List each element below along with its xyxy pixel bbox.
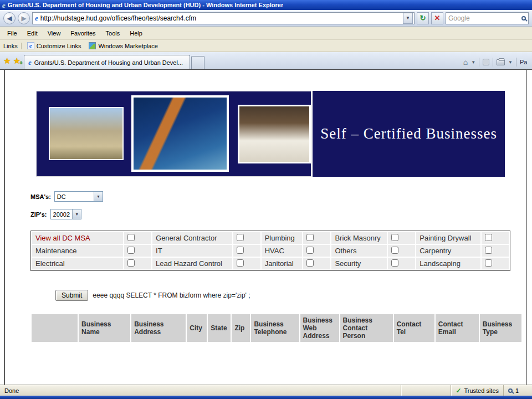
category-checkbox[interactable] [485, 259, 492, 267]
menu-edit[interactable]: Edit [22, 28, 43, 38]
add-favorite-icon[interactable]: ★ [13, 56, 20, 66]
status-text: Done [0, 385, 401, 396]
url-input[interactable] [40, 14, 401, 22]
msa-dropdown-icon[interactable]: ▼ [94, 192, 103, 201]
category-label: General Contractor [152, 232, 232, 244]
separator [516, 58, 516, 66]
category-checkbox[interactable] [306, 247, 314, 254]
toolbar-right: ⌂ ▼ ▼ Pa [463, 58, 530, 69]
home-icon[interactable]: ⌂ [463, 58, 468, 66]
print-dropdown-icon[interactable]: ▼ [508, 60, 513, 65]
link-item[interactable]: Windows Marketplace [89, 42, 158, 49]
tab-active[interactable]: e Grants/U.S. Department of Housing and … [24, 55, 190, 69]
category-checkbox-cell [303, 258, 330, 269]
browser-window: e Grants/U.S. Department of Housing and … [0, 0, 532, 399]
ie-logo-icon: e [2, 2, 6, 9]
separator [479, 58, 479, 66]
results-header-cell: Business Name [79, 314, 130, 342]
category-row: ElectricalLead Hazard ControlJanitorialS… [32, 258, 509, 269]
new-tab-button[interactable] [191, 56, 204, 69]
security-zone-pane[interactable]: ✓ Trusted sites [451, 385, 503, 396]
page-menu-button[interactable]: Pa [520, 59, 530, 65]
menu-favorites[interactable]: Favorites [65, 28, 100, 38]
zoom-control[interactable]: 1 [503, 385, 532, 396]
category-checkbox[interactable] [485, 247, 492, 254]
search-icon[interactable] [521, 16, 526, 21]
category-row: MaintenanceITHVACOthersCarpentry [32, 245, 509, 257]
category-label: Brick Masonry [331, 232, 387, 244]
category-checkbox[interactable] [306, 259, 314, 267]
forward-button[interactable]: ▶ [18, 12, 30, 24]
category-checkbox-cell [124, 232, 151, 244]
zip-dropdown-icon[interactable]: ▼ [72, 209, 81, 219]
status-pane-blank [401, 385, 451, 396]
home-dropdown-icon[interactable]: ▼ [471, 60, 475, 65]
banner-photo-construction [131, 95, 229, 172]
category-checkbox-cell [303, 232, 330, 244]
stop-button[interactable]: ✕ [431, 12, 443, 24]
url-dropdown-icon[interactable]: ▼ [403, 13, 413, 24]
results-header-cell: Business Web Address [300, 314, 339, 342]
category-checkbox-cell [482, 258, 509, 269]
category-label: Others [331, 245, 387, 257]
print-icon[interactable] [497, 59, 505, 65]
msa-selected-value: DC [55, 193, 94, 200]
category-row: View all DC MSAGeneral ContractorPlumbin… [32, 232, 509, 244]
menu-view[interactable]: View [43, 28, 66, 38]
zoom-level: 1 [515, 387, 519, 394]
category-label: View all DC MSA [32, 232, 123, 244]
tab-favicon-icon: e [28, 59, 32, 66]
category-checkbox-cell [124, 245, 151, 257]
menu-tools[interactable]: Tools [101, 28, 125, 38]
category-checkbox[interactable] [127, 247, 135, 254]
category-checkbox[interactable] [237, 234, 244, 241]
category-checkbox[interactable] [127, 259, 135, 267]
category-label: Painting Drywall [416, 232, 480, 244]
category-checkbox[interactable] [485, 234, 492, 241]
submit-button[interactable]: Submit [55, 290, 88, 301]
zip-filter-row: ZIP's: 20002 ▼ [30, 209, 526, 219]
menu-help[interactable]: Help [125, 28, 147, 38]
marketplace-icon [89, 42, 96, 49]
zip-label: ZIP's: [30, 211, 47, 218]
link-label: Windows Marketplace [98, 43, 158, 49]
zip-select[interactable]: 20002 ▼ [50, 209, 82, 219]
category-checkbox[interactable] [237, 259, 244, 267]
msa-select[interactable]: DC ▼ [54, 191, 103, 202]
category-checkbox[interactable] [306, 234, 314, 241]
zoom-icon [508, 388, 513, 393]
category-label: IT [152, 245, 232, 257]
category-checkbox-cell [482, 245, 509, 257]
window-border [0, 396, 532, 399]
category-checkbox[interactable] [391, 259, 398, 267]
window-title: Grants/U.S. Department of Housing and Ur… [8, 2, 283, 8]
category-checkbox-cell [233, 232, 260, 244]
back-button[interactable]: ◀ [3, 12, 16, 24]
feeds-icon[interactable] [483, 59, 489, 65]
banner-photo-collage [36, 91, 311, 177]
menu-file[interactable]: File [2, 28, 22, 38]
category-label: Janitorial [262, 258, 303, 269]
category-checkbox[interactable] [391, 247, 398, 254]
category-label: Landscaping [416, 258, 480, 269]
search-input[interactable] [448, 14, 519, 22]
title-bar: e Grants/U.S. Department of Housing and … [0, 0, 532, 10]
category-table-body: View all DC MSAGeneral ContractorPlumbin… [32, 232, 509, 269]
page-title: Self – Certified Businesses [320, 125, 497, 142]
links-items: eCustomize LinksWindows Marketplace [27, 42, 158, 49]
category-checkbox[interactable] [127, 234, 135, 241]
link-item[interactable]: eCustomize Links [27, 42, 81, 49]
category-label: HVAC [262, 245, 303, 257]
results-header-cell: Business Telephone [251, 314, 299, 342]
links-label: Links [3, 43, 22, 49]
ie-icon: e [27, 42, 34, 49]
refresh-button[interactable]: ↻ [417, 12, 429, 24]
tab-bar: ★ ★ e Grants/U.S. Department of Housing … [0, 52, 532, 70]
category-checkbox[interactable] [237, 247, 244, 254]
category-checkbox[interactable] [391, 234, 398, 241]
category-checkbox-cell [388, 245, 415, 257]
banner-title-panel: Self – Certified Businesses [313, 91, 505, 177]
search-box [446, 12, 529, 24]
favorites-center-icon[interactable]: ★ [3, 56, 11, 66]
category-checkbox-cell [233, 258, 260, 269]
